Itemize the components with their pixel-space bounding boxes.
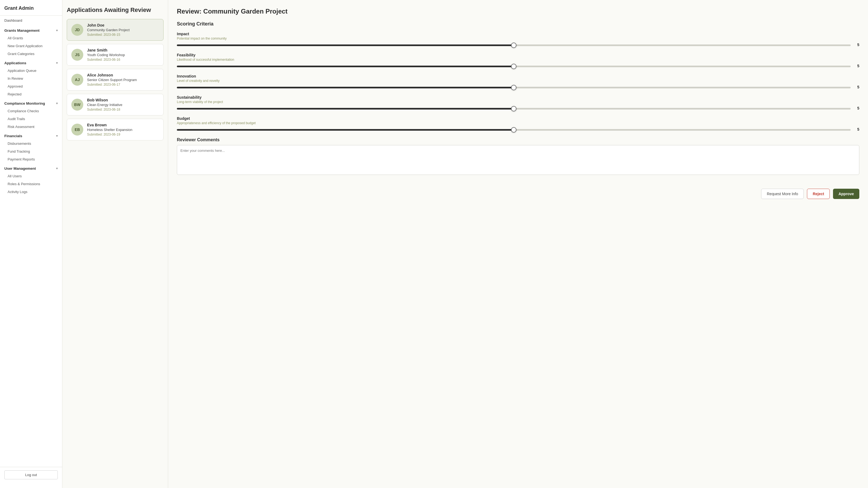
sidebar-section-applications[interactable]: Applications▾	[0, 58, 62, 67]
criterion-sustainability: SustainabilityLong-term viability of the…	[177, 95, 859, 110]
sidebar-item-activity-logs[interactable]: Activity Logs	[0, 188, 62, 196]
application-card[interactable]: AJAlice JohnsonSenior Citizen Support Pr…	[67, 69, 163, 91]
sidebar-item-disbursements[interactable]: Disbursements	[0, 140, 62, 148]
request-more-info-button[interactable]: Request More Info	[761, 189, 804, 199]
application-card[interactable]: JDJohn DoeCommunity Garden ProjectSubmit…	[67, 19, 163, 41]
sidebar-item-all-grants[interactable]: All Grants	[0, 34, 62, 42]
slider-innovation[interactable]	[177, 87, 850, 88]
review-title: Review: Community Garden Project	[177, 8, 859, 15]
criterion-name-budget: Budget	[177, 116, 859, 121]
sidebar-item-roles--permissions[interactable]: Roles & Permissions	[0, 180, 62, 188]
range-wrapper	[177, 85, 850, 89]
sidebar-item-fund-tracking[interactable]: Fund Tracking	[0, 148, 62, 155]
sidebar-section-label-compliance-monitoring: Compliance Monitoring	[4, 101, 45, 105]
sidebar-section-label-applications: Applications	[4, 61, 26, 65]
app-title: Grant Admin	[0, 0, 62, 16]
range-wrapper	[177, 64, 850, 68]
sidebar-section-compliance-monitoring[interactable]: Compliance Monitoring▾	[0, 98, 62, 107]
slider-row: 5	[177, 64, 859, 68]
range-wrapper	[177, 127, 850, 131]
applicant-name: Jane Smith	[87, 48, 159, 52]
criterion-desc-sustainability: Long-term viability of the project	[177, 100, 859, 104]
criterion-impact: ImpactPotential impact on the community5	[177, 32, 859, 47]
range-wrapper	[177, 42, 850, 47]
criterion-desc-budget: Appropriateness and efficiency of the pr…	[177, 121, 859, 125]
sidebar-bottom: Log out	[0, 467, 62, 483]
slider-value-innovation: 5	[854, 85, 859, 89]
sidebar-section-financials[interactable]: Financials▾	[0, 131, 62, 140]
reject-button[interactable]: Reject	[807, 189, 830, 199]
criterion-feasibility: FeasibilityLikelihood of successful impl…	[177, 53, 859, 68]
app-info: Bob WilsonClean Energy InitiativeSubmitt…	[87, 98, 159, 111]
application-card[interactable]: BWBob WilsonClean Energy InitiativeSubmi…	[67, 94, 163, 116]
sidebar-item-application-queue[interactable]: Application Queue	[0, 67, 62, 74]
submission-date: Submitted: 2023-06-19	[87, 133, 159, 136]
chevron-down-icon: ▾	[56, 134, 58, 138]
criterion-name-feasibility: Feasibility	[177, 53, 859, 57]
applicant-name: Eva Brown	[87, 123, 159, 127]
sidebar-section-user-management[interactable]: User Management▾	[0, 163, 62, 172]
criterion-budget: BudgetAppropriateness and efficiency of …	[177, 116, 859, 131]
sidebar-section-label-user-management: User Management	[4, 166, 36, 170]
sidebar-item-new-grant-application[interactable]: New Grant Application	[0, 42, 62, 50]
sidebar-item-all-users[interactable]: All Users	[0, 172, 62, 180]
sidebar-item-in-review[interactable]: In Review	[0, 74, 62, 83]
criterion-desc-feasibility: Likelihood of successful implementation	[177, 58, 859, 62]
sidebar-item-rejected[interactable]: Rejected	[0, 90, 62, 98]
avatar: AJ	[71, 74, 83, 86]
chevron-down-icon: ▾	[56, 29, 58, 32]
project-name: Clean Energy Initiative	[87, 103, 159, 107]
app-cards-list: JDJohn DoeCommunity Garden ProjectSubmit…	[67, 19, 163, 140]
slider-row: 5	[177, 106, 859, 110]
slider-value-feasibility: 5	[854, 64, 859, 68]
sidebar-item-risk-assessment[interactable]: Risk Assessment	[0, 123, 62, 131]
sidebar-section-grants-management[interactable]: Grants Management▾	[0, 25, 62, 34]
sidebar-item-grant-categories[interactable]: Grant Categories	[0, 50, 62, 58]
applicant-name: John Doe	[87, 23, 159, 27]
sidebar-item-dashboard[interactable]: Dashboard	[0, 16, 62, 25]
sidebar-item-compliance-checks[interactable]: Compliance Checks	[0, 107, 62, 115]
action-bar: Request More Info Reject Approve	[177, 184, 859, 199]
logout-button[interactable]: Log out	[4, 470, 58, 479]
chevron-down-icon: ▾	[56, 167, 58, 170]
sidebar-item-audit-trails[interactable]: Audit Trails	[0, 115, 62, 123]
criterion-desc-innovation: Level of creativity and novelty	[177, 79, 859, 83]
app-info: Alice JohnsonSenior Citizen Support Prog…	[87, 73, 159, 87]
review-panel: Review: Community Garden Project Scoring…	[168, 0, 868, 488]
project-name: Homeless Shelter Expansion	[87, 128, 159, 132]
reviewer-comments-input[interactable]	[177, 145, 859, 175]
chevron-down-icon: ▾	[56, 61, 58, 65]
slider-impact[interactable]	[177, 44, 850, 46]
criterion-name-impact: Impact	[177, 32, 859, 36]
project-name: Community Garden Project	[87, 28, 159, 32]
avatar: BW	[71, 99, 83, 110]
approve-button[interactable]: Approve	[833, 189, 859, 199]
slider-value-budget: 5	[854, 127, 859, 131]
submission-date: Submitted: 2023-06-16	[87, 58, 159, 62]
submission-date: Submitted: 2023-06-15	[87, 33, 159, 37]
applicant-name: Bob Wilson	[87, 98, 159, 102]
criterion-name-innovation: Innovation	[177, 74, 859, 78]
slider-budget[interactable]	[177, 129, 850, 131]
avatar: EB	[71, 124, 83, 135]
comments-label: Reviewer Comments	[177, 137, 859, 142]
criterion-name-sustainability: Sustainability	[177, 95, 859, 99]
range-wrapper	[177, 106, 850, 110]
application-card[interactable]: EBEva BrownHomeless Shelter ExpansionSub…	[67, 119, 163, 140]
submission-date: Submitted: 2023-06-18	[87, 108, 159, 111]
app-info: Eva BrownHomeless Shelter ExpansionSubmi…	[87, 123, 159, 136]
project-name: Youth Coding Workshop	[87, 53, 159, 57]
slider-sustainability[interactable]	[177, 108, 850, 109]
slider-row: 5	[177, 85, 859, 89]
sidebar-item-payment-reports[interactable]: Payment Reports	[0, 155, 62, 163]
slider-value-sustainability: 5	[854, 106, 859, 110]
slider-feasibility[interactable]	[177, 66, 850, 67]
application-card[interactable]: JSJane SmithYouth Coding WorkshopSubmitt…	[67, 44, 163, 66]
project-name: Senior Citizen Support Program	[87, 78, 159, 82]
scoring-criteria-title: Scoring Criteria	[177, 21, 859, 27]
submission-date: Submitted: 2023-06-17	[87, 83, 159, 87]
criteria-container: ImpactPotential impact on the community5…	[177, 32, 859, 131]
sidebar-item-approved[interactable]: Approved	[0, 83, 62, 90]
app-info: John DoeCommunity Garden ProjectSubmitte…	[87, 23, 159, 37]
criterion-innovation: InnovationLevel of creativity and novelt…	[177, 74, 859, 89]
